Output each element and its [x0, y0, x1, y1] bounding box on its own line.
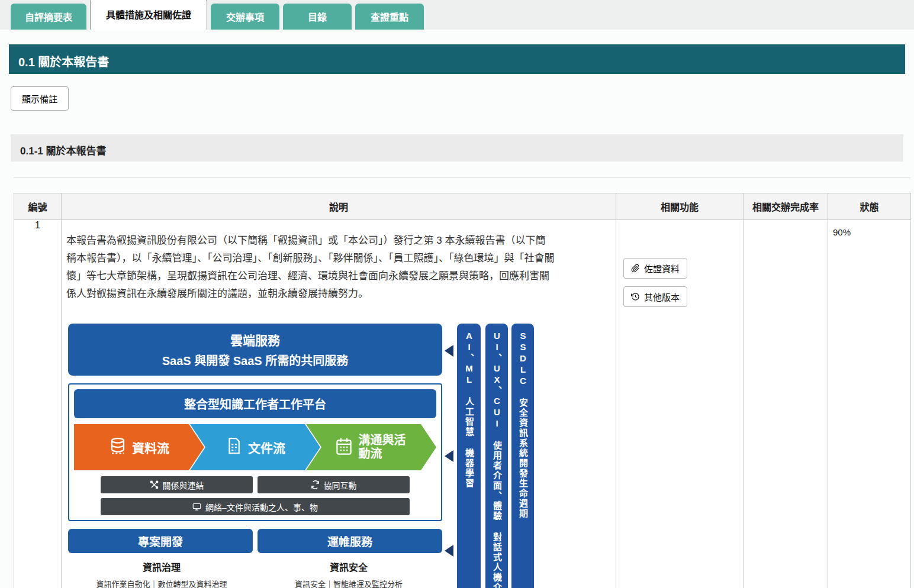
header-completion-rate: 相關交辦完成率 [744, 193, 828, 220]
row-number: 1 [14, 220, 62, 588]
ai-ml-vertical-bar: AI、ML 人工智慧 機器學習 [457, 324, 481, 588]
calendar-icon [334, 437, 353, 458]
cloud-services-subtitle: SaaS 與開發 SaaS 所需的共同服務 [162, 351, 349, 369]
relation-link-label: 關係與連結 [163, 479, 204, 491]
diagram-main-panel: 雲端服務 SaaS 與開發 SaaS 所需的共同服務 整合型知識工作者工作平台 [68, 324, 442, 588]
network-bar-label: 網絡–文件與活動之人、事、物 [205, 501, 318, 513]
link-bars-row: 關係與連結 [101, 476, 410, 493]
knowledge-platform-banner: 整合型知識工作者工作平台 [74, 389, 436, 418]
row-description-cell: 本報告書為叡揚資訊股份有限公司（以下簡稱「叡揚資訊」或「本公司」）發行之第 3 … [62, 220, 616, 588]
bottom-services-section: 專案開發 運帷服務 資訊治理 資訊安全 資訊作業自動化｜數位轉型及資料治理 資訊… [68, 529, 442, 588]
ui-ux-cjk: 使用者介面、體驗 對話式人機介面 [492, 441, 502, 588]
communication-flow-arrow: 溝通與活動流 [306, 424, 436, 470]
it-governance-label: 資訊治理 [68, 560, 255, 574]
related-functions-cell: 佐證資料 其他版本 [616, 220, 744, 588]
status-value: 90% [833, 227, 851, 237]
header-status: 狀態 [828, 193, 911, 220]
other-versions-button[interactable]: 其他版本 [623, 286, 687, 307]
content-area: 0.1 關於本報告書 顯示備註 0.1-1 關於本報告書 編號 說明 相關功能 … [0, 30, 914, 588]
collaboration-bar: 協同互動 [258, 476, 410, 493]
database-icon [109, 437, 127, 458]
header-description: 說明 [62, 193, 616, 220]
ui-ux-latin: UI、UX、CUI [492, 331, 502, 429]
network-bar: 網絡–文件與活動之人、事、物 [101, 498, 410, 515]
arrowhead-left-icon [445, 545, 453, 557]
document-flow-arrow: 文件流 [190, 424, 320, 470]
info-security-label: 資訊安全 [255, 560, 442, 574]
show-notes-button[interactable]: 顯示備註 [11, 86, 69, 111]
header-related-functions: 相關功能 [616, 193, 744, 220]
architecture-diagram-image: 雲端服務 SaaS 與開發 SaaS 所需的共同服務 整合型知識工作者工作平台 [68, 324, 535, 588]
evidence-data-button[interactable]: 佐證資料 [623, 258, 687, 279]
arrowhead-left-icon [445, 345, 453, 357]
table-header-row: 編號 說明 相關功能 相關交辦完成率 狀態 [14, 193, 911, 220]
document-icon [225, 437, 243, 458]
tab-bar: 自評摘要表 具體措施及相關佐證 交辦事項 目錄 查證重點 [0, 0, 914, 30]
arrowhead-left-icon [445, 450, 453, 462]
tab-table-of-contents[interactable]: 目錄 [283, 4, 352, 30]
relation-link-bar: 關係與連結 [101, 476, 253, 493]
project-development-banner: 專案開發 [68, 529, 253, 553]
collaboration-label: 協同互動 [324, 479, 357, 491]
completion-rate-cell [744, 220, 828, 588]
knowledge-platform-box: 整合型知識工作者工作平台 [68, 383, 442, 521]
tab-assigned-tasks[interactable]: 交辦事項 [211, 4, 279, 30]
tab-self-evaluation-summary[interactable]: 自評摘要表 [11, 4, 86, 30]
table-row: 1 本報告書為叡揚資訊股份有限公司（以下簡稱「叡揚資訊」或「本公司」）發行之第 … [14, 220, 911, 588]
history-clock-icon [631, 292, 640, 301]
tab-verification-points[interactable]: 查證重點 [355, 4, 424, 30]
measures-table: 編號 說明 相關功能 相關交辦完成率 狀態 1 本報告書為叡揚資訊股份有限公司（… [14, 193, 911, 588]
ai-ml-cjk: 人工智慧 機器學習 [464, 397, 474, 489]
evidence-data-label: 佐證資料 [644, 262, 680, 274]
section-title: 0.1 關於本報告書 [18, 56, 109, 69]
network-link-icon [150, 480, 159, 489]
header-id: 編號 [14, 193, 62, 220]
ai-ml-latin: AI、ML [464, 331, 474, 386]
tab-concrete-measures-evidence[interactable]: 具體措施及相關佐證 [90, 0, 207, 30]
monitor-icon [192, 502, 201, 511]
network-bar-row: 網絡–文件與活動之人、事、物 [101, 498, 410, 515]
it-governance-sub: 資訊作業自動化｜數位轉型及資料治理 [68, 578, 255, 588]
communication-flow-label: 溝通與活動流 [359, 434, 408, 461]
info-security-sub: 資訊安全｜智能維運及監控分析 [255, 578, 442, 588]
data-flow-arrow: 資料流 [74, 424, 204, 470]
flow-arrows: 資料流 [74, 424, 436, 470]
subsection-title-bar: 0.1-1 關於本報告書 [11, 134, 903, 161]
status-cell: 90% [828, 220, 911, 588]
section-title-bar: 0.1 關於本報告書 [9, 44, 905, 74]
ssdlc-cjk: 安全資訊系統開發生命週期 [518, 398, 528, 519]
document-flow-label: 文件流 [248, 438, 285, 456]
cloud-services-title: 雲端服務 [230, 331, 280, 348]
ssdlc-vertical-bar: SSDLC 安全資訊系統開發生命週期 [511, 324, 534, 588]
ssdlc-latin: SSDLC [518, 331, 528, 387]
ui-ux-vertical-bar: UI、UX、CUI 使用者介面、體驗 對話式人機介面 [485, 324, 508, 588]
data-flow-label: 資料流 [132, 438, 169, 456]
paperclip-icon [631, 264, 640, 273]
divider-line [14, 177, 910, 178]
cloud-services-banner: 雲端服務 SaaS 與開發 SaaS 所需的共同服務 [68, 324, 442, 376]
sync-arrows-icon [311, 480, 320, 489]
other-versions-label: 其他版本 [644, 290, 680, 303]
operations-service-banner: 運帷服務 [258, 529, 442, 553]
subsection-title: 0.1-1 關於本報告書 [20, 146, 106, 157]
description-paragraph: 本報告書為叡揚資訊股份有限公司（以下簡稱「叡揚資訊」或「本公司」）發行之第 3 … [66, 232, 611, 303]
